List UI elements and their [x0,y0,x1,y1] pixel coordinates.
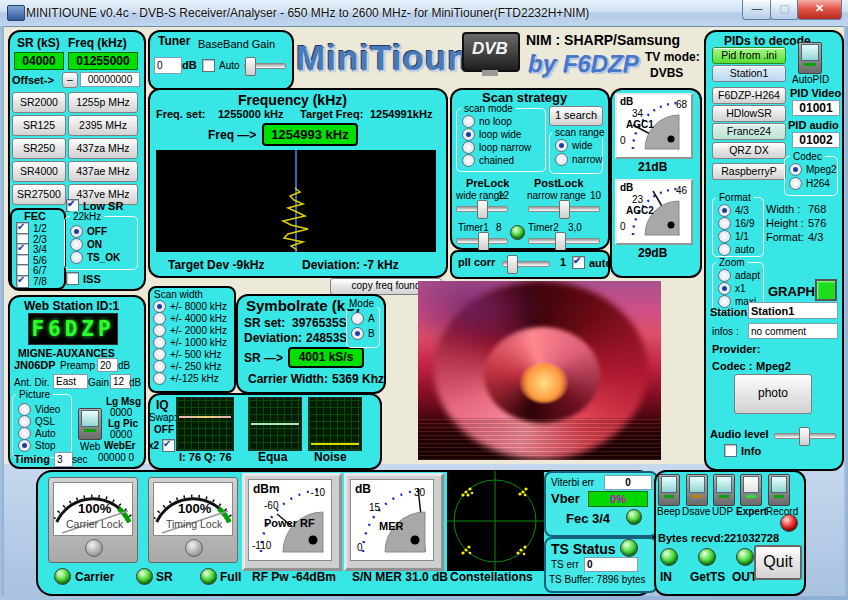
format-16-9-radio[interactable] [718,217,731,230]
narrow-radio[interactable] [555,153,568,166]
timer1-slider-thumb[interactable] [478,232,489,251]
scan-range-wide[interactable]: wide [555,139,593,152]
station-field[interactable]: Station1 [748,302,838,319]
autopid-switch[interactable] [798,42,822,74]
freq-preset1-button[interactable]: 1255p MHz [68,92,138,113]
info-option[interactable]: Info [724,444,761,457]
scan-mode-no-loop[interactable]: no loop [462,115,512,128]
maximize-button[interactable]: ▢ [770,0,799,20]
station1-button[interactable]: Station1 [712,65,786,82]
udp-switch[interactable] [713,474,735,506]
freq-preset4-button[interactable]: 437ae MHz [68,161,138,182]
audio-level-thumb[interactable] [799,427,810,446]
zoom-adapt-radio[interactable] [718,269,731,282]
prelock-slider[interactable] [456,206,508,212]
timer2-slider[interactable] [528,238,600,244]
codec-h264[interactable]: H264 [789,177,830,190]
codec-mpeg2[interactable]: Mpeg2 [789,163,837,176]
22khz-off[interactable]: OFF [70,225,107,238]
gain-value-field[interactable]: 12 [110,374,131,389]
no-loop-radio[interactable] [462,115,475,128]
sr27500-button[interactable]: SR27500 [12,184,66,205]
web-switch[interactable] [78,408,102,440]
dsave-switch[interactable] [686,474,708,506]
iss-option[interactable]: ISS [66,272,101,285]
title-bar[interactable]: MINITIOUNE v0.4c - DVB-S Receiver/Analys… [0,0,848,27]
gain-auto-option[interactable]: Auto [202,59,240,72]
pll-auto-checkbox[interactable] [572,256,585,269]
iq-x2-checkbox[interactable] [162,439,175,452]
22khz-tsok-radio[interactable] [70,251,83,264]
offset-field[interactable]: 00000000 [80,72,140,87]
freq-preset3-button[interactable]: 437za MHz [68,138,138,159]
gain-field[interactable]: 0 [154,57,182,74]
fec-7-8-checkbox[interactable] [16,275,29,288]
hdlowsr-button[interactable]: HDlowSR [712,105,786,122]
picture-stop[interactable]: Stop [18,439,56,452]
pid-audio-field[interactable]: 01002 [792,132,840,148]
format-1-1-radio[interactable] [718,230,731,243]
prelock-slider-thumb[interactable] [477,200,488,219]
zoom-adapt[interactable]: adapt [718,269,760,282]
sr2000-button[interactable]: SR2000 [12,92,66,113]
sw-125-radio[interactable] [153,372,166,385]
ant-dir-field[interactable]: East [53,374,88,389]
22khz-on-radio[interactable] [70,238,83,251]
qrz-dx-button[interactable]: QRZ DX [712,142,786,159]
one-search-button[interactable]: 1 search [549,106,603,126]
mode-b-radio[interactable] [351,327,364,340]
scan-mode-loop-wide[interactable]: loop wide [462,128,521,141]
pll-slider[interactable] [502,261,550,267]
freq-preset2-button[interactable]: 2395 MHz [68,115,138,136]
format-auto[interactable]: auto [718,243,754,256]
wide-radio[interactable] [555,139,568,152]
chained-radio[interactable] [462,154,475,167]
format-1-1[interactable]: 1/1 [718,230,749,243]
offset-minus-button[interactable]: – [62,72,78,88]
infos-field[interactable]: no comment [748,323,838,339]
minimize-button[interactable]: — [742,0,772,20]
loop-narrow-radio[interactable] [462,141,475,154]
viterbi-err-field[interactable]: 0 [604,475,652,490]
postlock-slider-thumb[interactable] [559,200,570,219]
expert-switch[interactable] [740,474,762,506]
format-4-3-radio[interactable] [718,204,731,217]
zoom-x1[interactable]: x1 [718,282,746,295]
22khz-off-radio[interactable] [70,225,83,238]
format-16-9[interactable]: 16/9 [718,217,754,230]
pll-slider-thumb[interactable] [507,255,518,274]
timing-field[interactable]: 3 [54,452,73,467]
audio-level-slider[interactable] [774,433,836,439]
sr250-button[interactable]: SR250 [12,138,66,159]
gain-slider-thumb[interactable] [245,57,256,76]
f6dzp-h264-button[interactable]: F6DZP-H264 [712,87,786,104]
mode-a[interactable]: A [351,312,375,325]
iss-checkbox[interactable] [66,272,79,285]
mode-b[interactable]: B [351,327,375,340]
sr-value-display[interactable]: 04000 [14,52,64,70]
info-checkbox[interactable] [724,444,737,457]
close-icon[interactable]: ✕ [797,0,842,20]
format-4-3[interactable]: 4/3 [718,204,749,217]
timer2-slider-thumb[interactable] [555,232,566,251]
postlock-slider[interactable] [528,206,600,212]
mode-a-radio[interactable] [351,312,364,325]
22khz-tsok[interactable]: TS_OK [70,251,120,264]
sw-125[interactable]: +/-125 kHz [153,372,219,385]
freq-value-display[interactable]: 01255000 [68,52,138,70]
scan-mode-loop-narrow[interactable]: loop narrow [462,141,531,154]
format-auto-radio[interactable] [718,243,731,256]
graph-indicator[interactable] [815,279,837,301]
preamp-field[interactable]: 20 [97,358,118,372]
pll-auto-option[interactable]: auto [572,256,612,269]
codec-h264-radio[interactable] [789,177,802,190]
zoom-x1-radio[interactable] [718,282,731,295]
fec-7-8[interactable]: 7/8 [16,275,47,288]
photo-button[interactable]: photo [734,374,812,414]
pid-from-ini-button[interactable]: Pid from .ini [712,47,786,64]
beep-switch[interactable] [658,474,680,506]
record-switch[interactable] [768,474,790,506]
ts-err-field[interactable]: 0 [584,557,638,572]
picture-stop-radio[interactable] [18,439,31,452]
scan-mode-chained[interactable]: chained [462,154,514,167]
